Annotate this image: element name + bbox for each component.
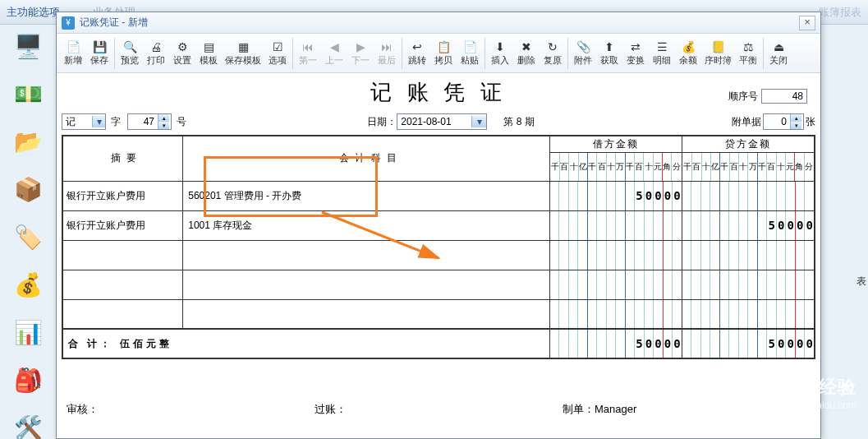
col-summary: 摘 要 — [62, 136, 183, 181]
toolbar-icon: ⏏ — [770, 39, 787, 54]
tb-选项[interactable]: ☑选项 — [264, 38, 291, 68]
toolbar-label: 附件 — [574, 54, 592, 67]
tb-复原[interactable]: ↻复原 — [540, 38, 566, 68]
tb-附件[interactable]: 📎附件 — [570, 38, 596, 68]
report-icon[interactable]: 📊 — [11, 316, 44, 349]
table-row[interactable] — [62, 270, 815, 299]
toolbar-label: 模板 — [200, 54, 218, 67]
tb-第一: ⏮第一 — [295, 38, 321, 68]
seq-label: 顺序号 — [728, 90, 758, 104]
post-label: 过账： — [315, 402, 563, 417]
tb-模板[interactable]: ▤模板 — [195, 38, 222, 68]
summary-cell[interactable] — [62, 299, 183, 329]
total-credit: 50000 — [682, 329, 815, 358]
table-row[interactable] — [62, 299, 815, 329]
period-n: 8 — [517, 116, 522, 127]
tb-余额[interactable]: 💰余额 — [675, 38, 701, 68]
voucher-num-field[interactable]: 47 ▴▾ — [127, 113, 172, 130]
account-cell[interactable] — [183, 270, 549, 299]
account-cell[interactable] — [183, 240, 549, 270]
tb-拷贝[interactable]: 📋拷贝 — [430, 38, 457, 68]
table-row[interactable]: 银行开立账户费用560201 管理费用 - 开办费50000 — [62, 181, 815, 210]
total-debit: 50000 — [549, 329, 682, 358]
spinner-icon[interactable]: ▴▾ — [790, 114, 801, 129]
debit-digit-hdr: 千百十亿千百十万千百十元角分 — [549, 152, 682, 181]
toolbar-icon: 📎 — [575, 39, 591, 54]
col-credit: 贷方金额 — [682, 136, 815, 152]
attach-label: 附单据 — [732, 115, 761, 129]
tb-明细[interactable]: ☰明细 — [649, 38, 675, 68]
tb-保存模板[interactable]: ▦保存模板 — [222, 38, 264, 68]
tb-打印[interactable]: 🖨打印 — [143, 38, 169, 68]
maker-block: 制单：Manager — [563, 402, 811, 417]
close-button[interactable]: × — [799, 16, 815, 30]
tb-获取[interactable]: ⬆获取 — [596, 38, 622, 68]
account-cell[interactable]: 1001 库存现金 — [183, 210, 549, 240]
sequence-block: 顺序号 48 — [728, 89, 807, 104]
moneybag-icon[interactable]: 💰 — [11, 268, 44, 301]
tb-预览[interactable]: 🔍预览 — [117, 38, 143, 68]
account-cell[interactable]: 560201 管理费用 - 开办费 — [183, 181, 549, 210]
period-l: 第 — [503, 116, 513, 127]
debit-cell[interactable]: 50000 — [549, 181, 682, 210]
credit-cell[interactable] — [682, 270, 815, 299]
toolbar-icon: 📄 — [65, 39, 81, 54]
prefix-select[interactable]: 记 ▾ — [62, 113, 106, 130]
tb-变换[interactable]: ⇄变换 — [622, 38, 649, 68]
summary-cell[interactable] — [62, 240, 183, 270]
tb-粘贴[interactable]: 📄粘贴 — [457, 38, 483, 68]
tb-跳转[interactable]: ↩跳转 — [404, 38, 430, 68]
tools-icon[interactable]: 🛠️ — [11, 411, 44, 439]
table-row[interactable] — [62, 240, 815, 270]
folder-gear-icon[interactable]: 📂 — [11, 125, 44, 158]
table-row[interactable]: 银行开立账户费用1001 库存现金50000 — [62, 210, 815, 240]
monitor-icon[interactable]: 🖥️ — [11, 30, 44, 62]
side-cutoff-text: 表 — [857, 275, 866, 289]
credit-cell[interactable] — [682, 181, 815, 210]
credit-digit-hdr: 千百十亿千百十万千百十元角分 — [682, 152, 815, 181]
toolbar-icon: 📒 — [710, 39, 727, 54]
toolbar-icon: ☑ — [269, 39, 286, 54]
credit-cell[interactable] — [682, 299, 815, 329]
titlebar[interactable]: ¥ 记账凭证 - 新增 × — [57, 12, 820, 34]
credit-cell[interactable] — [682, 240, 815, 270]
tb-保存[interactable]: 💾保存 — [86, 38, 113, 68]
tb-平衡[interactable]: ⚖平衡 — [735, 38, 761, 68]
money-icon[interactable]: 💵 — [11, 77, 44, 110]
date-field[interactable]: 2021-08-01 ▾ — [397, 113, 487, 130]
debit-cell[interactable] — [549, 210, 682, 240]
toolbar-icon: ⏮ — [300, 39, 316, 54]
toolbar-label: 保存模板 — [225, 54, 261, 67]
menu-item[interactable]: 主功能选项 — [7, 5, 60, 20]
date-label: 日期： — [367, 115, 397, 129]
box-icon[interactable]: 📦 — [11, 173, 44, 206]
tb-设置[interactable]: ⚙设置 — [169, 38, 195, 68]
toolbar-icon: ⚖ — [740, 39, 756, 54]
account-cell[interactable] — [183, 299, 549, 329]
attach-count-field[interactable]: 0 ▴▾ — [763, 113, 804, 130]
tb-序时簿[interactable]: 📒序时簿 — [701, 38, 735, 68]
credit-cell[interactable]: 50000 — [682, 210, 815, 240]
sack-icon[interactable]: 🎒 — [11, 363, 44, 396]
summary-cell[interactable] — [62, 270, 183, 299]
debit-cell[interactable] — [549, 270, 682, 299]
seq-no-field[interactable]: 48 — [761, 89, 807, 104]
debit-cell[interactable] — [549, 240, 682, 270]
tb-新增[interactable]: 📄新增 — [60, 38, 86, 68]
chevron-down-icon: ▾ — [92, 116, 105, 127]
tb-删除[interactable]: ✖删除 — [513, 38, 540, 68]
tb-插入[interactable]: ⬇插入 — [487, 38, 513, 68]
col-account: 会 计 科 目 — [183, 136, 549, 181]
toolbar-icon: ▤ — [200, 39, 217, 54]
chevron-down-icon: ▾ — [471, 116, 486, 127]
debit-cell[interactable] — [549, 299, 682, 329]
voucher-table[interactable]: 摘 要 会 计 科 目 借方金额 贷方金额 千百十亿千百十万千百十元角分 千百十… — [62, 135, 815, 359]
zi-label: 字 — [111, 115, 121, 129]
tag-icon[interactable]: 🏷️ — [11, 220, 44, 253]
side-launcher: 🖥️ 💵 📂 📦 🏷️ 💰 📊 🎒 🛠️ — [5, 30, 51, 439]
summary-cell[interactable]: 银行开立账户费用 — [62, 181, 183, 210]
tb-关闭[interactable]: ⏏关闭 — [765, 38, 792, 68]
menu-item[interactable]: 账簿报表 — [819, 5, 861, 20]
spinner-icon[interactable]: ▴▾ — [158, 114, 169, 129]
summary-cell[interactable]: 银行开立账户费用 — [62, 210, 183, 240]
